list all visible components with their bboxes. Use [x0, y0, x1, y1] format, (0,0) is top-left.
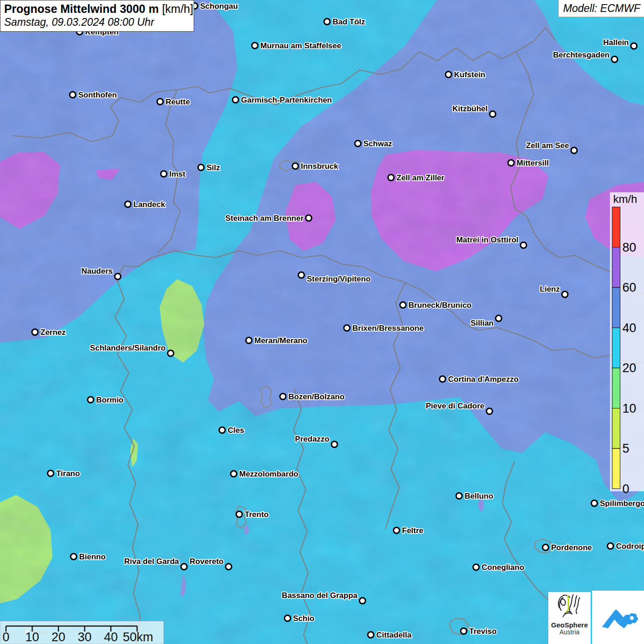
city-marker	[440, 376, 446, 382]
city-marker	[487, 408, 493, 414]
model-box: Modell: ECMWF	[558, 0, 644, 17]
scale-label: 20	[52, 630, 65, 644]
geosphere-logo-box: GeoSphere Austria	[548, 592, 591, 644]
city-marker	[521, 242, 527, 248]
city: Bozen/Bolzano	[280, 392, 345, 401]
city-label: Rovereto	[190, 557, 224, 566]
city-marker	[631, 43, 637, 49]
city-label: Spilimbergo	[600, 499, 644, 508]
city-label: Cles	[228, 426, 244, 435]
city-marker	[388, 175, 394, 181]
legend-segment	[612, 408, 620, 449]
city-marker	[543, 545, 549, 551]
wind-map: SchongauBad TölzKemptenMurnau am Staffel…	[0, 0, 644, 644]
city-marker	[490, 111, 496, 117]
city-marker	[70, 92, 76, 98]
city-label: Sterzing/Vipiteno	[307, 275, 371, 283]
legend-segment	[612, 368, 620, 408]
city-label: Zernez	[40, 328, 66, 337]
title-box: Prognose Mittelwind 3000 m [km/h] Samsta…	[0, 0, 194, 32]
city-label: Cittadella	[376, 631, 412, 639]
city-marker	[394, 528, 400, 534]
city-marker	[219, 427, 225, 433]
model-label: Modell: ECMWF	[563, 2, 640, 15]
city-label: Meran/Merano	[254, 336, 307, 345]
geosphere-logo-icon	[555, 592, 584, 621]
city-label: Zell am Ziller	[397, 173, 444, 182]
city: Mezzolombardo	[231, 470, 299, 478]
city-marker	[252, 43, 258, 49]
mountain-logo-box	[592, 591, 644, 644]
city-label: Mittersill	[517, 159, 549, 167]
legend-segment	[612, 328, 620, 368]
city-marker	[456, 493, 462, 499]
weather-map-page: SchongauBad TölzKemptenMurnau am Staffel…	[0, 0, 644, 644]
city-label: Treviso	[469, 627, 497, 636]
city-label: Innsbruck	[301, 162, 339, 171]
geosphere-logo-accent	[566, 596, 569, 612]
city-label: Hallein	[603, 38, 629, 47]
city-marker	[236, 512, 242, 518]
legend-segment	[612, 448, 620, 489]
city-marker	[360, 598, 366, 604]
city-marker	[473, 564, 479, 570]
city-marker	[48, 471, 54, 477]
legend-value: 10	[622, 402, 636, 415]
city-marker	[181, 564, 187, 570]
city-label: Lienz	[540, 285, 560, 293]
city-label: Bassano del Grappa	[282, 591, 358, 600]
city-label: Bozen/Bolzano	[288, 392, 345, 401]
city: Garmisch-Partenkirchen	[233, 96, 332, 104]
city: Meran/Merano	[246, 336, 308, 345]
city: Steinach am Brenner	[225, 214, 312, 223]
city-marker	[344, 325, 350, 331]
city-marker	[461, 628, 467, 634]
city-marker	[280, 394, 286, 400]
legend-segment	[612, 288, 620, 328]
city: Zell am Ziller	[388, 173, 445, 182]
city: Brixen/Bressanone	[344, 324, 424, 333]
city-marker	[198, 165, 204, 171]
city-marker	[592, 500, 598, 506]
city-marker	[32, 329, 38, 335]
city-marker	[293, 163, 299, 169]
city-label: Predazzo	[295, 435, 329, 443]
city-marker	[115, 274, 121, 280]
city-marker	[508, 160, 514, 166]
city-label: Matrei in Osttirol	[456, 236, 518, 244]
city-marker	[226, 564, 232, 570]
city: Schio	[285, 614, 315, 623]
city: Silz	[198, 163, 220, 172]
city-marker	[332, 442, 338, 448]
city-marker	[324, 19, 330, 25]
city-label: Schlanders/Silandro	[90, 344, 166, 352]
legend-segment	[612, 247, 620, 288]
city-label: Pieve di Cadore	[426, 402, 484, 410]
city-label: Belluno	[465, 492, 493, 500]
city-marker	[400, 302, 406, 308]
city-marker	[496, 316, 502, 322]
city-label: Sillian	[471, 319, 494, 328]
title-line: Prognose Mittelwind 3000 m [km/h]	[4, 2, 190, 16]
city-label: Mezzolombardo	[239, 470, 298, 478]
city-label: Reutte	[166, 98, 190, 106]
city-label: Bienno	[79, 552, 106, 561]
scale-label: 10	[25, 630, 39, 644]
city-marker	[285, 615, 291, 621]
city-label: Silz	[207, 163, 220, 172]
page-title: Prognose Mittelwind 3000 m	[4, 2, 159, 15]
legend-value: 40	[622, 321, 636, 335]
city-label: Nauders	[81, 267, 113, 276]
city-label: Landeck	[133, 200, 166, 209]
mountain-cloud-icon	[596, 595, 640, 639]
city: Cortina d'Ampezzo	[440, 375, 519, 384]
city-label: Bormio	[96, 396, 124, 404]
city-label: Kitzbühel	[453, 104, 488, 113]
city-label: Schwaz	[363, 139, 392, 148]
city-marker	[231, 471, 237, 477]
city-marker	[446, 72, 452, 78]
city-label: Kufstein	[454, 70, 485, 79]
legend-value: 5	[622, 442, 629, 455]
city-label: Murnau am Staffelsee	[260, 41, 341, 50]
city-label: Codroipo	[616, 542, 644, 551]
